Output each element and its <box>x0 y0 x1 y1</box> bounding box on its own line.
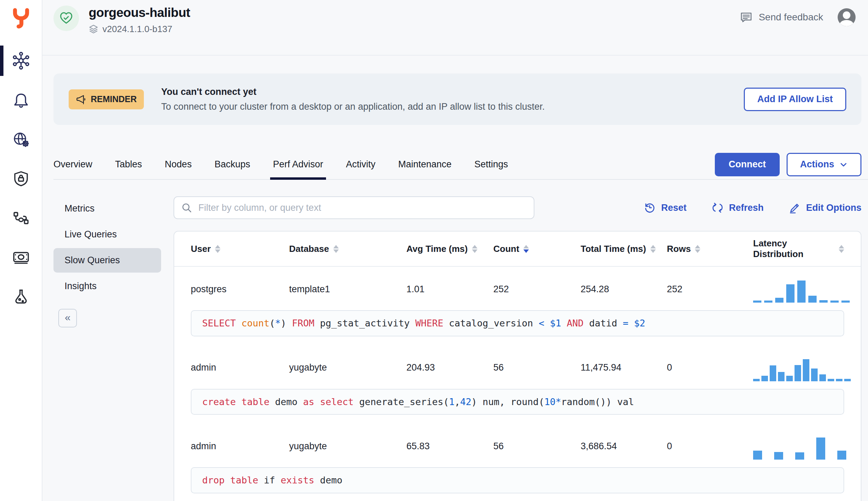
send-feedback-button[interactable]: Send feedback <box>739 10 823 24</box>
cell-user: admin <box>191 362 289 373</box>
globe-gear-icon <box>11 130 31 149</box>
table-row[interactable]: admin yugabyte 65.83 56 3,686.54 0 <box>174 424 861 466</box>
cell-avg-time: 1.01 <box>406 284 493 295</box>
cell-rows: 0 <box>667 362 753 373</box>
sort-icon-active <box>523 245 529 253</box>
cell-total-time: 11,475.94 <box>581 362 667 373</box>
sidebar-item-labs[interactable] <box>0 281 42 313</box>
cluster-version: v2024.1.1.0-b137 <box>102 24 172 35</box>
cluster-header: gorgeous-halibut v2024.1.1.0-b137 Send f… <box>42 0 868 56</box>
column-header-rows[interactable]: Rows <box>667 244 753 254</box>
reset-icon <box>643 202 656 214</box>
cell-count: 56 <box>493 362 581 373</box>
column-header-user[interactable]: User <box>191 244 289 254</box>
banner-title: You can't connect yet <box>161 87 545 97</box>
cell-total-time: 3,686.54 <box>581 441 667 452</box>
cell-database: yugabyte <box>289 362 406 373</box>
sort-icon <box>333 245 339 253</box>
chevron-down-icon <box>839 160 848 169</box>
avatar[interactable] <box>838 8 856 26</box>
query-text[interactable]: SELECT count(*) FROM pg_stat_activity WH… <box>191 310 844 336</box>
yugabyte-logo[interactable] <box>10 7 32 30</box>
subnav-item-insights[interactable]: Insights <box>53 274 161 298</box>
cell-avg-time: 65.83 <box>406 441 493 452</box>
sidebar-item-network[interactable] <box>0 124 42 155</box>
filter-input[interactable] <box>174 196 534 219</box>
cluster-hub-icon <box>11 51 31 70</box>
slow-queries-table: User Database Avg Time (ms) Count Total … <box>174 231 861 501</box>
cell-rows: 0 <box>667 441 753 452</box>
reset-button[interactable]: Reset <box>643 202 687 214</box>
add-ip-allow-list-button[interactable]: Add IP Allow List <box>744 88 846 111</box>
sidebar-item-clusters[interactable] <box>0 45 42 77</box>
tab-activity[interactable]: Activity <box>346 150 376 179</box>
sort-icon <box>472 245 477 253</box>
reminder-badge: REMINDER <box>69 89 144 109</box>
sort-icon <box>839 245 844 253</box>
tab-tables[interactable]: Tables <box>115 150 142 179</box>
cell-avg-time: 204.93 <box>406 362 493 373</box>
table-row[interactable]: postgres template1 1.01 252 254.28 252 <box>174 267 861 309</box>
refresh-icon <box>711 202 724 214</box>
latency-distribution-chart <box>753 276 844 303</box>
feedback-icon <box>739 10 753 24</box>
flask-icon <box>11 287 31 306</box>
column-header-database[interactable]: Database <box>289 244 406 254</box>
table-row[interactable]: admin yugabyte 204.93 56 11,475.94 0 <box>174 345 861 387</box>
tab-backups[interactable]: Backups <box>215 150 250 179</box>
pipeline-icon <box>11 208 31 228</box>
banner-body: To connect to your cluster from a deskto… <box>161 101 545 112</box>
latency-distribution-chart <box>753 354 844 381</box>
tab-maintenance[interactable]: Maintenance <box>398 150 452 179</box>
megaphone-icon <box>76 94 86 105</box>
cell-database: yugabyte <box>289 441 406 452</box>
cluster-tabs: Overview Tables Nodes Backups Perf Advis… <box>53 150 868 180</box>
sort-icon <box>215 245 220 253</box>
query-text[interactable]: create table demo as select generate_ser… <box>191 389 844 415</box>
sort-icon <box>695 245 700 253</box>
page-title: gorgeous-halibut <box>89 6 190 20</box>
cell-total-time: 254.28 <box>581 284 667 295</box>
query-text[interactable]: drop table if exists demo <box>191 467 844 493</box>
bell-icon <box>11 90 31 110</box>
tab-settings[interactable]: Settings <box>474 150 508 179</box>
tab-overview[interactable]: Overview <box>53 150 92 179</box>
actions-button[interactable]: Actions <box>787 153 861 176</box>
subnav-item-metrics[interactable]: Metrics <box>53 196 161 221</box>
subnav-item-live-queries[interactable]: Live Queries <box>53 222 161 247</box>
icon-rail <box>0 0 42 501</box>
reminder-banner: REMINDER You can't connect yet To connec… <box>53 73 861 125</box>
cell-database: template1 <box>289 284 406 295</box>
shield-lock-icon <box>11 169 31 188</box>
subnav-item-slow-queries[interactable]: Slow Queries <box>53 248 161 273</box>
column-header-count[interactable]: Count <box>493 244 581 254</box>
slow-queries-toolbar: Reset Refresh <box>174 196 861 219</box>
cell-user: admin <box>191 441 289 452</box>
banknote-icon <box>11 248 31 267</box>
cell-user: postgres <box>191 284 289 295</box>
column-header-avg-time[interactable]: Avg Time (ms) <box>406 244 493 254</box>
latency-distribution-chart <box>753 433 844 460</box>
sidebar-item-security[interactable] <box>0 163 42 195</box>
cluster-health-badge <box>53 6 79 31</box>
connect-button[interactable]: Connect <box>715 153 780 176</box>
collapse-left-icon[interactable]: « <box>58 309 77 327</box>
column-header-latency-distribution[interactable]: Latency Distribution <box>753 238 844 259</box>
edit-options-button[interactable]: Edit Options <box>789 202 861 214</box>
cell-count: 56 <box>493 441 581 452</box>
column-header-total-time[interactable]: Total Time (ms) <box>581 244 667 254</box>
sort-icon <box>650 245 656 253</box>
heart-check-icon <box>59 11 73 26</box>
tab-perf-advisor[interactable]: Perf Advisor <box>273 150 323 179</box>
refresh-button[interactable]: Refresh <box>711 202 764 214</box>
perf-advisor-subnav: Metrics Live Queries Slow Queries Insigh… <box>53 196 161 327</box>
tab-nodes[interactable]: Nodes <box>165 150 192 179</box>
layers-icon <box>89 24 98 34</box>
edit-icon <box>789 202 801 214</box>
cell-rows: 252 <box>667 284 753 295</box>
search-icon <box>181 202 192 213</box>
cell-count: 252 <box>493 284 581 295</box>
sidebar-item-billing[interactable] <box>0 242 42 273</box>
sidebar-item-alerts[interactable] <box>0 84 42 116</box>
sidebar-item-integrations[interactable] <box>0 202 42 234</box>
